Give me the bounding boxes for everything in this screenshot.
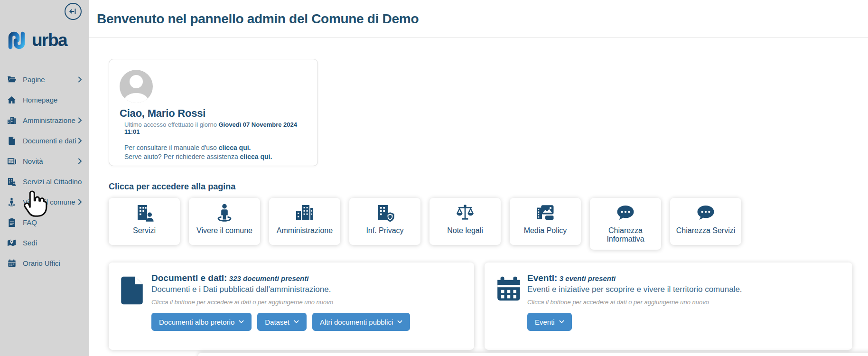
- sidebar-item-label: FAQ: [23, 218, 37, 226]
- sidebar-item-faq[interactable]: FAQ: [0, 212, 89, 233]
- chevron-right-icon: [78, 138, 82, 144]
- tile-vivere-il-comune[interactable]: Vivere il comune: [189, 198, 260, 245]
- street-view-icon: [193, 203, 256, 222]
- sidebar-item-label: Pagine: [23, 75, 45, 84]
- avatar: [120, 70, 153, 103]
- documenti-count: 323 documenti presenti: [229, 274, 309, 282]
- next-section-card-edge: [198, 353, 868, 356]
- sidebar-item-label: Amministrazione: [23, 116, 75, 124]
- documenti-card: Documenti e dati: 323 documenti presenti…: [109, 262, 474, 350]
- tile-label: Media Policy: [513, 226, 577, 235]
- button-label: Eventi: [535, 318, 555, 326]
- page-title: Benvenuto nel pannello admin del Comune …: [97, 11, 419, 27]
- eventi-heading: Eventi: 3 eventi presenti: [527, 273, 843, 283]
- documenti-description: Documenti e i Dati pubblicati dall'ammin…: [151, 285, 465, 294]
- content: Ciao, Mario Rossi Ultimo accesso effettu…: [89, 59, 868, 350]
- documenti-hint: Clicca il bottone per accedere ai dati o…: [151, 299, 465, 306]
- eventi-card: Eventi: 3 eventi presenti Eventi e inizi…: [485, 262, 852, 350]
- app-logo[interactable]: urba: [6, 29, 89, 51]
- building-shield-icon: [353, 203, 417, 222]
- documenti-heading: Documenti e dati: 323 documenti presenti: [151, 273, 465, 283]
- building-user-icon: [112, 203, 176, 222]
- building-user-icon: [7, 177, 17, 186]
- assistance-link[interactable]: clicca qui.: [240, 153, 272, 160]
- sidebar-item-label: Novità: [23, 157, 43, 165]
- sidebar-item-novita[interactable]: Novità: [0, 151, 89, 171]
- main-area: Benvenuto nel pannello admin del Comune …: [89, 0, 868, 356]
- folder-open-icon: [7, 75, 17, 84]
- altri-documenti-pubblici-button[interactable]: Altri documenti pubblici: [312, 313, 410, 331]
- home-icon: [7, 95, 17, 104]
- manual-link[interactable]: clicca qui.: [219, 144, 251, 151]
- dataset-button[interactable]: Dataset: [257, 313, 307, 331]
- sidebar-item-vivere-il-comune[interactable]: Vivere il comune: [0, 192, 89, 212]
- calendar-icon: [7, 259, 17, 268]
- urba-logo-icon: [6, 29, 28, 51]
- assistance-text: Serve aiuto? Per richiedere assistenza: [124, 153, 240, 160]
- sidebar-item-documenti-e-dati[interactable]: Documenti e dati: [0, 131, 89, 151]
- tile-servizi[interactable]: Servizi: [109, 198, 180, 245]
- tile-chiarezza-servizi[interactable]: Chiarezza Servizi: [670, 198, 741, 245]
- map-pin-icon: [7, 238, 17, 247]
- tile-amministrazione[interactable]: Amministrazione: [269, 198, 340, 245]
- sidebar-item-servizi-al-cittadino[interactable]: Servizi al Cittadino: [0, 171, 89, 192]
- sidebar-item-sedi[interactable]: Sedi: [0, 233, 89, 253]
- file-icon: [7, 136, 17, 145]
- newspaper-icon: [7, 157, 17, 166]
- sidebar-item-homepage[interactable]: Homepage: [0, 90, 89, 110]
- chevron-down-icon: [397, 320, 402, 324]
- sidebar-item-label: Sedi: [23, 239, 37, 247]
- sidebar-item-label: Documenti e dati: [23, 137, 76, 145]
- tile-label: Amministrazione: [273, 226, 336, 235]
- quick-access-label: Clicca per accedere alla pagina: [109, 182, 868, 192]
- eventi-title: Eventi:: [527, 273, 557, 283]
- documenti-albo-pretorio-button[interactable]: Documenti albo pretorio: [151, 313, 252, 331]
- quick-access-tiles: Servizi Vivere il comune: [109, 198, 868, 250]
- documenti-title: Documenti e dati:: [151, 273, 227, 283]
- chevron-right-icon: [78, 76, 82, 83]
- tile-note-legali[interactable]: Note legali: [429, 198, 501, 245]
- tile-label: Chiarezza Servizi: [674, 226, 737, 235]
- sidebar-collapse-button[interactable]: [65, 3, 82, 20]
- tile-label: Chiarezza Informativa: [594, 226, 657, 243]
- tile-chiarezza-informativa[interactable]: Chiarezza Informativa: [590, 198, 661, 250]
- help-block: Per consultare il manuale d'uso clicca q…: [124, 143, 307, 161]
- sidebar-nav: Pagine Homepage: [0, 69, 89, 273]
- sidebar-item-amministrazione[interactable]: Amministrazione: [0, 110, 89, 131]
- sidebar-item-label: Orario Uffici: [23, 259, 60, 267]
- button-label: Altri documenti pubblici: [320, 318, 393, 326]
- eventi-description: Eventi e iniziative per scoprire e viver…: [527, 285, 843, 294]
- eventi-hint: Clicca il bottone per accedere ai dati o…: [527, 299, 843, 306]
- documenti-buttons: Documenti albo pretorio Dataset: [151, 313, 465, 331]
- tile-inf-privacy[interactable]: Inf. Privacy: [349, 198, 420, 245]
- sidebar-item-label: Vivere il comune: [23, 198, 75, 206]
- page-header: Benvenuto nel pannello admin del Comune …: [89, 0, 868, 38]
- chevron-right-icon: [78, 199, 82, 205]
- eventi-buttons: Eventi: [527, 313, 843, 331]
- file-icon: [120, 273, 151, 350]
- avatar-head: [130, 75, 143, 88]
- sidebar: urba Pagine Homepage: [0, 0, 89, 356]
- sidebar-item-label: Servizi al Cittadino: [23, 178, 82, 186]
- calendar-icon: [495, 273, 527, 350]
- chevron-down-icon: [559, 320, 564, 324]
- tile-media-policy[interactable]: Media Policy: [510, 198, 581, 245]
- summary-cards: Documenti e dati: 323 documenti presenti…: [109, 262, 868, 350]
- welcome-card: Ciao, Mario Rossi Ultimo accesso effettu…: [109, 59, 318, 166]
- logo-text: urba: [32, 30, 67, 50]
- chevron-down-icon: [294, 320, 299, 324]
- street-view-icon: [7, 197, 17, 206]
- button-label: Documenti albo pretorio: [159, 318, 234, 326]
- eventi-count: 3 eventi presenti: [560, 274, 616, 282]
- sidebar-item-pagine[interactable]: Pagine: [0, 69, 89, 90]
- city-icon: [7, 116, 17, 125]
- chevron-down-icon: [239, 320, 244, 324]
- clipboard-icon: [7, 218, 17, 227]
- avatar-body: [124, 93, 149, 103]
- eventi-button[interactable]: Eventi: [527, 313, 572, 331]
- last-access-line: Ultimo accesso effettuato il giorno Giov…: [124, 121, 307, 135]
- scale-icon: [433, 203, 497, 222]
- sidebar-item-orario-uffici[interactable]: Orario Uffici: [0, 253, 89, 273]
- chevron-right-icon: [78, 117, 82, 123]
- comment-dots-icon: [674, 203, 737, 222]
